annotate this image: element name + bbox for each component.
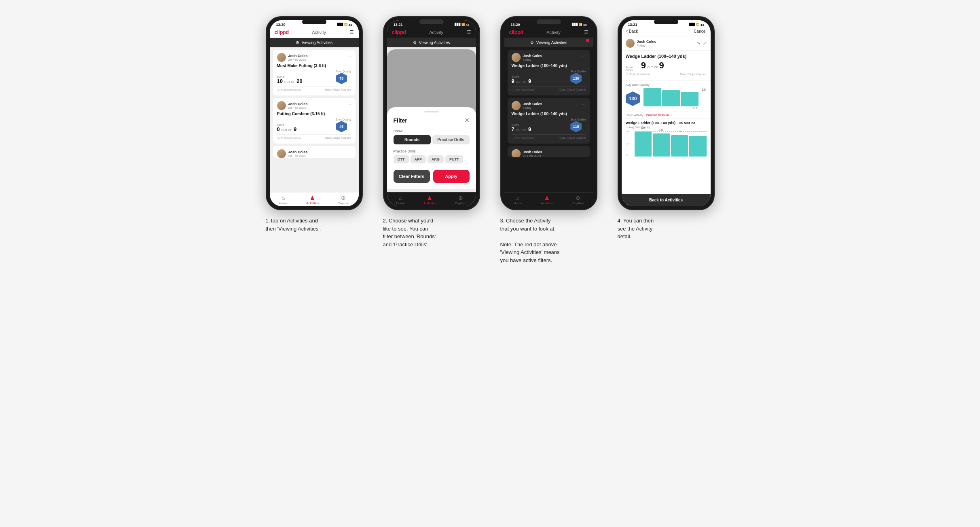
drill-app-btn[interactable]: APP xyxy=(411,155,426,163)
card-2-avatar xyxy=(277,101,286,110)
clear-filters-btn[interactable]: Clear Filters xyxy=(394,170,430,183)
phone-1-viewing-bar[interactable]: ⚙ Viewing Activities xyxy=(270,38,359,47)
card-d1-more[interactable]: ··· xyxy=(582,53,586,59)
expand-icon[interactable]: ⤢ xyxy=(703,41,707,46)
phone-2-menu-icon[interactable]: ☰ xyxy=(467,30,471,35)
bar-3: 124 xyxy=(671,135,688,157)
phone-1-viewing-label: Viewing Activities xyxy=(302,40,333,45)
practice-drills-toggle-btn[interactable]: Practice Drills xyxy=(432,135,470,144)
card-2-sq-label: Shot Quality xyxy=(336,118,351,121)
phone-4-status-bar: 13:21 ▊▊▊📶44 xyxy=(622,20,711,28)
card-2-stats: Score 0 OUT OF 9 Shot Quality 45 xyxy=(277,118,351,132)
cancel-btn[interactable]: Cancel xyxy=(694,29,706,34)
nav-home-3[interactable]: ⌂ Home xyxy=(514,195,522,205)
filter-drills-label: Practice Drills xyxy=(394,149,470,153)
filter-actions: Clear Filters Apply xyxy=(394,170,470,183)
activity-card-2[interactable]: Josh Coles 28 Feb 2023 ··· Putting Combi… xyxy=(273,98,356,144)
card-3-date: 28 Feb 2023 xyxy=(288,154,308,158)
drill-ott-btn[interactable]: OTT xyxy=(394,155,409,163)
caption-2: 2. Choose what you'd like to see. You ca… xyxy=(383,217,480,248)
card-d2-sq-label: Shot Quality xyxy=(570,118,586,121)
nav-capture-label-2: Capture xyxy=(455,201,466,205)
card-2-shots: 9 xyxy=(294,126,296,132)
filter-title: Filter xyxy=(394,117,407,124)
card-d2-footer-left: ⓘ Test Information xyxy=(512,136,536,140)
activity-card-dark-2[interactable]: Josh Coles Today ··· Wedge Ladder (100–1… xyxy=(508,98,590,144)
card-2-score-label: Score xyxy=(277,123,297,126)
sheet-handle xyxy=(424,111,439,112)
phone-2-logo: clippd xyxy=(392,29,406,35)
card-2-score: 0 xyxy=(277,126,280,132)
nav-activities-3[interactable]: ♟ Activities xyxy=(541,195,554,205)
nav-capture-2[interactable]: ⊕ Capture xyxy=(455,195,466,205)
card-d2-date: Today xyxy=(523,106,542,110)
card-2-user-row: Josh Coles 28 Feb 2023 xyxy=(277,101,308,110)
nav-activities-2[interactable]: ♟ Activities xyxy=(423,195,436,205)
card-d2-more[interactable]: ··· xyxy=(582,101,586,107)
caption-1-text: 1.Tap on Activities and then 'Viewing Ac… xyxy=(266,218,321,232)
phone-4-name: Josh Coles xyxy=(637,40,656,44)
card-2-footer-right: Data: Clippd Capture xyxy=(325,136,351,140)
phone-3-header-title: Activity xyxy=(546,30,561,35)
back-btn[interactable]: < Back xyxy=(626,29,638,34)
drill-putt-btn[interactable]: PUTT xyxy=(445,155,463,163)
activity-card-dark-1[interactable]: Josh Coles Today ··· Wedge Ladder (100–1… xyxy=(508,50,590,95)
phone-4-back-to-activities[interactable]: Back to Activities xyxy=(622,194,711,206)
card-1-score-group: Score 10 OUT OF 20 xyxy=(277,75,303,84)
phone-4-score-label: Score xyxy=(626,66,633,69)
card-2-footer-left: ⓘ Test Information xyxy=(277,136,301,140)
nav-activities-1[interactable]: ♟ Activities xyxy=(306,195,319,205)
phone-2-header-title: Activity xyxy=(429,30,443,35)
card-2-title: Putting Combine (3-15 ft) xyxy=(277,112,351,116)
card-d3-date: 28 Feb 2023 xyxy=(523,154,542,158)
card-2-more[interactable]: ··· xyxy=(347,101,351,107)
nav-capture-3[interactable]: ⊕ Capture xyxy=(572,195,584,205)
activity-card-3[interactable]: Josh Coles 28 Feb 2023 xyxy=(273,146,356,158)
bar-4 xyxy=(689,136,706,157)
phone-4-user-info-row: Josh Coles Today xyxy=(626,39,656,48)
phone-3-menu-icon[interactable]: ☰ xyxy=(584,30,588,35)
phone-2-viewing-bar[interactable]: ⚙ Viewing Activities xyxy=(387,38,476,47)
phone-1-menu-icon[interactable]: ☰ xyxy=(349,30,354,35)
card-1-shots: 20 xyxy=(296,78,302,84)
card-d1-sq-hex: 130 xyxy=(570,73,582,84)
card-1-outof: OUT OF xyxy=(284,80,295,83)
card-d2-sq-hex: 118 xyxy=(570,121,582,132)
apply-btn[interactable]: Apply xyxy=(433,170,470,183)
card-2-outof: OUT OF xyxy=(282,129,292,131)
phone-3-viewing-label: Viewing Activities xyxy=(536,40,567,45)
card-2-header: Josh Coles 28 Feb 2023 ··· xyxy=(277,101,351,110)
caption-4: 4. You can then see the Activity detail. xyxy=(618,217,715,241)
card-1-header: Josh Coles 28 Feb 2023 ··· xyxy=(277,53,351,62)
nav-activities-label-3: Activities xyxy=(541,201,554,205)
phone-4-avg-shot-sub: → Avg Shot Quality xyxy=(626,126,707,129)
filter-sheet: Filter ✕ Show Rounds Practice Drills Pra… xyxy=(387,107,476,189)
card-d3-name: Josh Coles xyxy=(523,150,542,154)
phone-2-viewing-label: Viewing Activities xyxy=(419,40,450,45)
drill-arg-btn[interactable]: ARG xyxy=(428,155,444,163)
rounds-toggle-btn[interactable]: Rounds xyxy=(394,135,431,144)
nav-capture-1[interactable]: ⊕ Capture xyxy=(338,195,349,205)
nav-home-2[interactable]: ⌂ Home xyxy=(396,195,405,205)
card-1-date: 28 Feb 2023 xyxy=(288,58,308,61)
card-d2-score-group: Score 7 OUT OF 9 xyxy=(512,123,531,132)
card-d2-footer-right: Data: Clippd Capture xyxy=(559,136,586,140)
card-d1-sq-label: Shot Quality xyxy=(570,70,586,73)
nav-home-1[interactable]: ⌂ Home xyxy=(279,195,288,205)
card-d1-footer-right: Data: Clippd Capture xyxy=(559,88,586,92)
phone-4-date: Today xyxy=(637,44,656,47)
filter-close-btn[interactable]: ✕ xyxy=(464,116,470,124)
card-1-more[interactable]: ··· xyxy=(347,53,351,59)
card-d2-shots: 9 xyxy=(528,126,531,132)
phone-4-bar-chart: 140 100 60 132 129 xyxy=(626,130,707,163)
phone-3-viewing-bar[interactable]: ⚙ Viewing Activities xyxy=(504,38,593,47)
card-d1-header: Josh Coles Today ··· xyxy=(512,53,586,62)
activity-card-1[interactable]: Josh Coles 28 Feb 2023 ··· Must Make Put… xyxy=(273,50,356,95)
card-d1-name: Josh Coles xyxy=(523,54,542,58)
activity-card-dark-3[interactable]: Josh Coles 28 Feb 2023 xyxy=(508,146,590,157)
capture-icon-1: ⊕ xyxy=(341,195,346,201)
card-1-user-row: Josh Coles 28 Feb 2023 xyxy=(277,53,308,62)
nav-home-label-2: Home xyxy=(396,201,405,205)
edit-icon[interactable]: ✎ xyxy=(697,41,701,46)
phone-1-col: 13:20 ▊▊▊📶44 clippd Activity ☰ ⚙ Viewing… xyxy=(262,16,367,233)
